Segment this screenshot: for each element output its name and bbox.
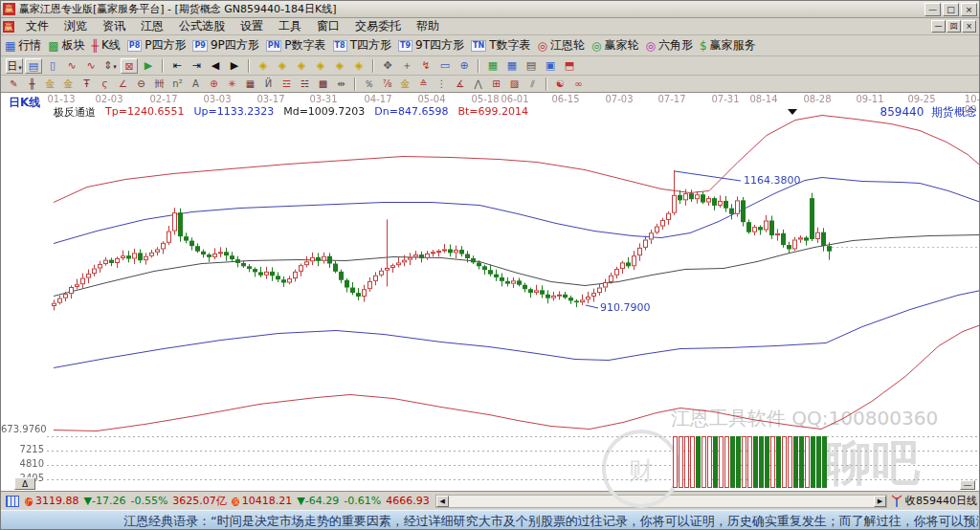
notes-icon[interactable]: ▤: [523, 58, 540, 74]
pencil-tool-icon[interactable]: ✎: [6, 77, 22, 91]
panel-icon[interactable]: ▭: [436, 58, 454, 74]
menu-item-8[interactable]: 交易委托: [347, 18, 409, 33]
golden-spiral-tool-icon[interactable]: 金: [60, 77, 77, 91]
menu-item-6[interactable]: 工具: [271, 18, 309, 33]
span-tool-icon[interactable]: ⇹: [333, 77, 349, 91]
time-ruler-tool-icon[interactable]: Ŧ: [78, 77, 95, 91]
toolbar-sectors[interactable]: ▩板块: [48, 37, 84, 54]
golden-pct-tool-icon[interactable]: 金: [397, 77, 413, 91]
mdi-restore-button[interactable]: 回: [947, 20, 961, 33]
market-grid-icon[interactable]: [6, 496, 19, 507]
ladder-tool-icon[interactable]: ☲: [278, 77, 295, 91]
zigzag-tool-icon[interactable]: ↯: [417, 58, 434, 74]
kline-chart-canvas[interactable]: [1, 93, 980, 491]
toolbar-winner-service[interactable]: $赢家服务: [700, 37, 756, 54]
grid2-tool-icon[interactable]: ⊞: [488, 77, 504, 91]
menu-item-9[interactable]: 帮助: [409, 18, 447, 33]
toolbar-p-square[interactable]: P8P四方形: [127, 37, 187, 54]
toolbar-winner-wheel[interactable]: ◎赢家轮: [591, 37, 638, 54]
toolbar-hexagon[interactable]: ◎六角形: [645, 37, 692, 54]
toolbar-t-table[interactable]: TNT数字表: [471, 37, 531, 54]
gann-diamond-5-icon[interactable]: ◈: [331, 58, 348, 74]
fence-tool-icon[interactable]: ☵: [297, 77, 313, 91]
toolbar-gann-wheel[interactable]: ◎江恩轮: [537, 37, 584, 54]
splitter-collapse-button[interactable]: —: [960, 480, 975, 490]
gann-fan-tool-icon[interactable]: ⊕: [206, 77, 222, 91]
toolbar-9t-square[interactable]: T99T四方形: [398, 37, 464, 54]
n2-tool-icon[interactable]: n²: [169, 77, 186, 91]
trend-zigzag2-icon[interactable]: ∿: [82, 58, 100, 74]
title-bar[interactable]: 赢 赢家江恩专业版[赢家服务平台] - [期货概念 GN859440-184日K…: [1, 1, 979, 18]
toolbar-quotes[interactable]: ▦行情: [5, 37, 41, 54]
menu-item-4[interactable]: 公式选股: [171, 18, 233, 33]
chart-window-icon[interactable]: ▤: [25, 58, 42, 74]
scroll-left-icon[interactable]: ◀: [436, 496, 449, 507]
fib-time-tool-icon[interactable]: ⋮: [434, 77, 450, 91]
pct-line-tool-icon[interactable]: ％: [361, 77, 377, 91]
gann-diamond-2-icon[interactable]: ◈: [274, 58, 291, 74]
pct-retrace-tool-icon[interactable]: ⅞: [379, 77, 395, 91]
calendar-icon[interactable]: ▦: [484, 58, 501, 74]
index-icon-0[interactable]: 沪: [25, 497, 33, 506]
toolbar-t-square[interactable]: T8T四方形: [333, 37, 391, 54]
maximize-button[interactable]: □: [943, 3, 959, 16]
gann-diamond-1-icon[interactable]: ◈: [255, 58, 272, 74]
text-tool-icon[interactable]: A: [188, 77, 204, 91]
candle-style-icon[interactable]: ⇕▾: [101, 58, 119, 74]
date-tick-1: 02-03: [95, 94, 122, 104]
trend-zigzag-icon[interactable]: ∿: [63, 58, 80, 74]
menu-item-2[interactable]: 资讯: [95, 18, 133, 33]
circle-tool-icon[interactable]: ⊖: [133, 77, 149, 91]
toolbar-kline[interactable]: ╫K线: [92, 37, 121, 54]
toolbar-9p-square[interactable]: P99P四方形: [192, 37, 258, 54]
box-tool-icon[interactable]: ▦: [242, 77, 258, 91]
menu-item-3[interactable]: 江恩: [133, 18, 171, 33]
star-tool-icon[interactable]: ✳: [224, 77, 240, 91]
hatch-tool-icon[interactable]: ▨: [506, 77, 523, 91]
print-icon[interactable]: ⬒: [561, 58, 578, 74]
spiral-tool-icon[interactable]: ϛ: [97, 77, 113, 91]
golden-section-tool-icon[interactable]: 金: [42, 77, 58, 91]
net-tool-icon[interactable]: ▩: [315, 77, 331, 91]
pane-toggle-button[interactable]: Δ: [14, 477, 35, 490]
prev-bar-icon[interactable]: ◀: [207, 58, 224, 74]
gann-diamond-6-icon[interactable]: ◈: [350, 58, 368, 74]
menu-item-7[interactable]: 窗口: [309, 18, 347, 33]
first-bar-icon[interactable]: ⇤: [168, 58, 186, 74]
period-selector[interactable]: 日▾: [6, 58, 23, 74]
angle-pct-tool-icon[interactable]: ∡: [452, 77, 468, 91]
gann-diamond-3-icon[interactable]: ◈: [293, 58, 310, 74]
infinity-icon[interactable]: ∞: [570, 77, 587, 91]
hand-tool-icon[interactable]: ✥: [379, 58, 396, 74]
menu-item-1[interactable]: 浏览: [56, 18, 95, 33]
gann-grid-tool-icon[interactable]: ╫: [24, 77, 40, 91]
info-view-icon[interactable]: ▯: [44, 58, 61, 74]
mdi-close-button[interactable]: ×: [962, 20, 976, 33]
gann-diamond-4-icon[interactable]: ◈: [312, 58, 329, 74]
indicator-name[interactable]: 极反通道: [54, 105, 96, 120]
save-icon[interactable]: ▣: [542, 58, 559, 74]
next-bar-icon[interactable]: ▶: [226, 58, 243, 74]
minimize-button[interactable]: —: [924, 3, 941, 16]
wedge-tool-icon[interactable]: ⋀: [470, 77, 486, 91]
menu-item-5[interactable]: 设置: [233, 18, 271, 33]
scroll-right-icon[interactable]: ▶: [874, 496, 886, 507]
period-label[interactable]: 日K线: [9, 95, 40, 111]
yinyang-icon[interactable]: ☯: [552, 77, 568, 91]
price-pct-tool-icon[interactable]: ≙: [415, 77, 432, 91]
slope-tool-icon[interactable]: ⫽: [524, 77, 541, 91]
overlay-icon[interactable]: ⊠: [121, 58, 138, 74]
crosshair-tool-icon[interactable]: ＋: [398, 58, 415, 74]
wave-tool-icon[interactable]: Ӥ: [260, 77, 277, 91]
last-bar-icon[interactable]: ⇥: [188, 58, 205, 74]
mdi-minimize-button[interactable]: —: [931, 20, 946, 33]
calculator-icon[interactable]: ▦: [503, 58, 521, 74]
menu-item-0[interactable]: 文件: [18, 18, 56, 33]
toolbar-p-table[interactable]: PNP数字表: [266, 37, 326, 54]
close-button[interactable]: ×: [961, 3, 977, 16]
flag-icon[interactable]: ▶: [140, 58, 157, 74]
grid-lines-tool-icon[interactable]: 卌: [151, 77, 167, 91]
index-icon-1[interactable]: 深: [232, 497, 239, 506]
angle-tool-icon[interactable]: ∠: [115, 77, 131, 91]
wheel-small-icon[interactable]: ⊕: [456, 58, 473, 74]
